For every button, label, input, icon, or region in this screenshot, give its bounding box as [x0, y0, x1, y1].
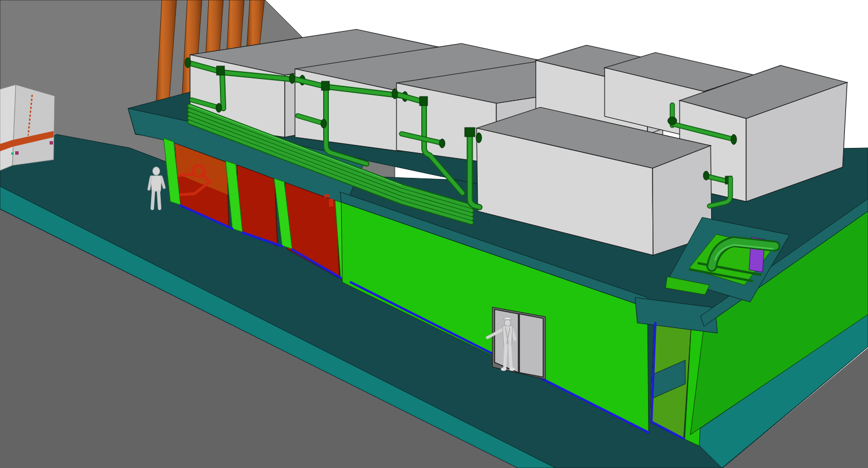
double-door[interactable] — [492, 307, 545, 379]
cabinet-handle-1[interactable] — [15, 151, 19, 155]
valve-3[interactable] — [420, 97, 428, 106]
valve-2[interactable] — [321, 81, 329, 90]
cabinet-front-face[interactable] — [12, 85, 55, 165]
cabinet-handle-2[interactable] — [50, 141, 53, 145]
valve-1[interactable] — [217, 66, 224, 75]
model-viewport[interactable]: Isometric 3D CAD model of an industrial … — [0, 0, 868, 468]
panel3-pipe-detail-2 — [329, 199, 333, 207]
scene-canvas[interactable]: Isometric 3D CAD model of an industrial … — [0, 0, 868, 468]
cabinet-indicator — [11, 152, 14, 155]
valve-6[interactable] — [465, 128, 475, 137]
electrical-cabinet[interactable] — [0, 85, 55, 170]
door-leaf-right[interactable] — [519, 314, 543, 377]
panel3-pipe-detail — [324, 194, 330, 198]
